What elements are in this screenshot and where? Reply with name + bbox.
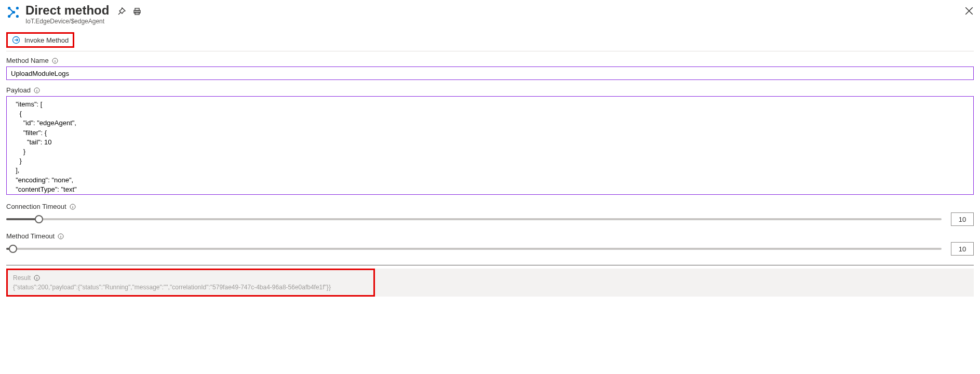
svg-point-3	[16, 15, 19, 18]
print-icon[interactable]	[133, 7, 141, 16]
result-value: {"status":200,"payload":{"status":"Runni…	[13, 284, 967, 291]
info-icon[interactable]	[58, 233, 64, 239]
method-name-input[interactable]	[6, 66, 974, 80]
invoke-method-label: Invoke Method	[24, 36, 69, 44]
result-section: Result {"status":200,"payload":{"status"…	[6, 269, 974, 297]
page-title: Direct method	[25, 3, 109, 18]
info-icon[interactable]	[70, 204, 76, 210]
method-timeout-slider[interactable]	[6, 244, 942, 254]
payload-input[interactable]	[6, 96, 974, 195]
info-icon[interactable]	[34, 275, 40, 281]
svg-point-4	[12, 11, 15, 14]
invoke-method-button[interactable]: Invoke Method	[6, 32, 74, 48]
svg-point-2	[8, 15, 10, 18]
info-icon[interactable]	[34, 87, 40, 94]
pin-icon[interactable]	[117, 7, 126, 16]
connection-timeout-slider[interactable]	[6, 214, 942, 224]
connection-timeout-label: Connection Timeout	[6, 203, 66, 210]
info-icon[interactable]	[52, 58, 58, 64]
result-label: Result	[13, 274, 31, 282]
invoke-icon	[12, 36, 20, 44]
direct-method-icon	[6, 5, 20, 19]
method-name-label: Method Name	[6, 57, 49, 64]
method-timeout-value[interactable]: 10	[951, 242, 974, 256]
close-icon[interactable]	[964, 6, 974, 16]
method-timeout-label: Method Timeout	[6, 232, 55, 240]
svg-point-0	[8, 7, 10, 9]
page-subtitle: IoT.EdgeDevice/$edgeAgent	[25, 18, 109, 25]
payload-label: Payload	[6, 86, 31, 94]
svg-point-1	[16, 7, 19, 9]
connection-timeout-value[interactable]: 10	[951, 212, 974, 226]
